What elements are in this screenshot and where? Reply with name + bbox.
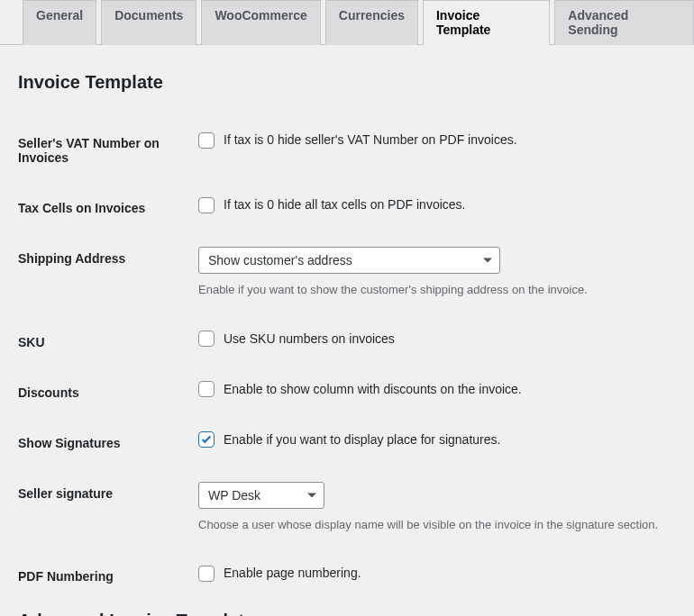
section-heading-invoice-template: Invoice Template bbox=[18, 72, 676, 93]
tab-general[interactable]: General bbox=[23, 0, 96, 45]
tab-bar: General Documents WooCommerce Currencies… bbox=[0, 0, 694, 45]
checkbox-label-taxcells: If tax is 0 hide all tax cells on PDF in… bbox=[224, 196, 465, 214]
label-taxcells: Tax Cells on Invoices bbox=[18, 183, 198, 233]
checkbox-label-discounts: Enable to show column with discounts on … bbox=[224, 381, 522, 399]
check-icon bbox=[200, 433, 213, 446]
section-heading-advanced-invoice-template: Advanced Invoice Template bbox=[18, 611, 676, 616]
label-sellersig: Seller signature bbox=[18, 468, 198, 552]
label-discounts: Discounts bbox=[18, 367, 198, 418]
label-pdfnum: PDF Numbering bbox=[18, 551, 198, 602]
checkbox-signatures[interactable] bbox=[198, 431, 215, 448]
tab-currencies[interactable]: Currencies bbox=[325, 0, 418, 45]
checkbox-label-signatures: Enable if you want to display place for … bbox=[224, 431, 500, 449]
label-shipping: Shipping Address bbox=[18, 233, 198, 317]
label-signatures: Show Signatures bbox=[18, 418, 198, 468]
checkbox-discounts[interactable] bbox=[198, 381, 215, 397]
checkbox-vat[interactable] bbox=[198, 132, 215, 149]
label-vat: Seller's VAT Number on Invoices bbox=[18, 118, 198, 183]
tab-documents[interactable]: Documents bbox=[101, 0, 196, 45]
select-seller-signature[interactable]: WP Desk bbox=[198, 482, 324, 509]
checkbox-sku[interactable] bbox=[198, 331, 215, 347]
settings-table: Seller's VAT Number on Invoices If tax i… bbox=[18, 118, 676, 602]
select-shipping-value: Show customer's address bbox=[208, 251, 352, 269]
select-sellersig-value: WP Desk bbox=[208, 486, 260, 504]
checkbox-label-sku: Use SKU numbers on invoices bbox=[224, 331, 395, 349]
desc-sellersig: Choose a user whose display name will be… bbox=[198, 516, 667, 534]
settings-content: Invoice Template Seller's VAT Number on … bbox=[0, 45, 694, 616]
checkbox-label-pdfnum: Enable page numbering. bbox=[224, 565, 361, 583]
checkbox-taxcells[interactable] bbox=[198, 197, 215, 213]
tab-woocommerce[interactable]: WooCommerce bbox=[201, 0, 320, 45]
checkbox-label-vat: If tax is 0 hide seller's VAT Number on … bbox=[224, 131, 517, 149]
desc-shipping: Enable if you want to show the customer'… bbox=[198, 281, 667, 299]
select-shipping-address[interactable]: Show customer's address bbox=[198, 247, 500, 274]
label-sku: SKU bbox=[18, 317, 198, 367]
checkbox-pdfnum[interactable] bbox=[198, 566, 215, 582]
tab-advanced-sending[interactable]: Advanced Sending bbox=[554, 0, 694, 45]
tab-invoice-template[interactable]: Invoice Template bbox=[423, 0, 550, 45]
